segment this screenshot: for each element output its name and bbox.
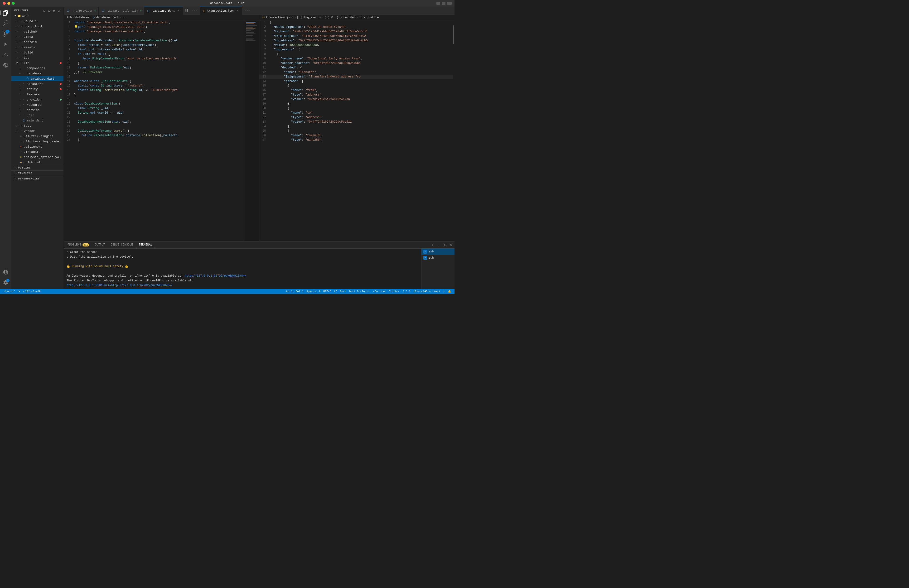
bc-signature[interactable]: ☰ signature: [359, 16, 379, 19]
panel-maximize-btn[interactable]: ∧: [442, 242, 447, 248]
activity-account[interactable]: [2, 268, 10, 276]
activity-settings[interactable]: 1: [2, 278, 10, 287]
activity-run[interactable]: [2, 40, 10, 48]
tree-item-main-dart[interactable]: ⬡ main.dart: [11, 118, 63, 123]
status-encoding[interactable]: UTF-8: [322, 289, 333, 294]
timeline-header[interactable]: › TIMELINE: [11, 171, 63, 176]
activity-remote[interactable]: [2, 61, 10, 69]
tree-item-metadata[interactable]: ≡ .metadata: [11, 149, 63, 155]
tree-item-resource[interactable]: › · resource: [11, 102, 63, 107]
zsh-session-2[interactable]: Z zsh: [421, 255, 454, 261]
tree-item-service[interactable]: › · service: [11, 107, 63, 113]
refresh-icon[interactable]: ↻: [52, 8, 56, 12]
tree-item-vendor[interactable]: › · vendor: [11, 128, 63, 134]
activity-extensions[interactable]: [2, 50, 10, 59]
panel-tab-output[interactable]: OUTPUT: [92, 241, 108, 248]
code-editor-left[interactable]: 1import 'package:cloud_firestore/cloud_f…: [64, 21, 245, 241]
layout-icon-2[interactable]: [442, 2, 446, 5]
tree-item-test[interactable]: › · test: [11, 123, 63, 128]
activity-explorer[interactable]: [2, 8, 10, 17]
tree-item-flutter-plugins-dep[interactable]: ≡ .flutter-plugins-dependencies: [11, 139, 63, 144]
status-sync[interactable]: ⟳: [16, 289, 21, 294]
new-terminal-btn[interactable]: +: [430, 242, 435, 248]
tab-close-json[interactable]: ×: [236, 9, 240, 13]
activity-source-control[interactable]: 12: [2, 29, 10, 38]
tree-item-entity[interactable]: › · entity: [11, 87, 63, 92]
status-notifications[interactable]: 🔔: [446, 289, 453, 294]
bc-lib[interactable]: lib: [66, 16, 72, 19]
close-dot[interactable]: [3, 2, 6, 5]
status-device[interactable]: iPhone14Pro (ios): [412, 289, 441, 294]
tab-tx[interactable]: ⬡ tx.dart .../entity U: [98, 6, 144, 15]
minimize-dot[interactable]: [7, 2, 10, 5]
tree-root[interactable]: ▼ 📁 CLUB: [11, 13, 63, 19]
tree-item-gitignore[interactable]: ◇ .gitignore: [11, 144, 63, 149]
tab-split-btn[interactable]: [183, 6, 190, 15]
tree-item-analysis-options[interactable]: ≡ analysis_options.yaml: [11, 155, 63, 160]
tree-item-bundle[interactable]: › · .bundle: [11, 19, 63, 24]
tab-more-left[interactable]: ···: [190, 6, 200, 15]
status-branch[interactable]: ⎇ main*: [2, 289, 16, 294]
tree-item-components[interactable]: › · components: [11, 66, 63, 71]
status-spaces[interactable]: Spaces: 2: [305, 289, 322, 294]
bc-decoded[interactable]: { } decoded: [337, 16, 355, 19]
bc-log-events[interactable]: [ ] log_events: [297, 16, 321, 19]
maximize-dot[interactable]: [12, 2, 15, 5]
bc-0[interactable]: { } 0: [325, 16, 333, 19]
panel-tab-terminal[interactable]: TERMINAL: [136, 241, 155, 248]
status-flutter[interactable]: Flutter: 3.3.6: [387, 289, 412, 294]
tree-item-lib[interactable]: ▼ · lib: [11, 60, 63, 66]
tree-item-provider[interactable]: › · provider: [11, 97, 63, 102]
status-remote[interactable]: ⤢: [441, 289, 446, 294]
tree-item-database-dart[interactable]: ⬡ database.dart: [11, 76, 63, 81]
tree-item-dart-tool[interactable]: › · .dart_tool: [11, 24, 63, 29]
bc-database[interactable]: database: [75, 16, 89, 19]
code-editor-right[interactable]: 1{ 2 "block_signed_at": "2022-04-08T08:5…: [259, 21, 453, 241]
new-folder-icon[interactable]: ◻: [47, 8, 51, 12]
tree-item-github[interactable]: › · .github: [11, 29, 63, 34]
layout-icon-1[interactable]: [436, 2, 440, 5]
collapse-icon[interactable]: ◻: [57, 8, 61, 12]
panel-tab-problems[interactable]: PROBLEMS 271: [65, 241, 92, 248]
tree-item-android[interactable]: › · android: [11, 39, 63, 45]
terminal-line: http://127.0.0.1:9101?uri=http://127.0.0…: [66, 283, 418, 288]
bc-database-dart[interactable]: database.dart: [96, 16, 119, 19]
tree-item-util[interactable]: › · util: [11, 113, 63, 118]
item-label: lib: [24, 61, 60, 65]
tree-item-assets[interactable]: › · assets: [11, 45, 63, 50]
status-dart-devtools[interactable]: Dart DevTools: [348, 289, 371, 294]
status-language[interactable]: Dart: [339, 289, 347, 294]
tree-item-ios[interactable]: › · ios: [11, 55, 63, 60]
tree-item-datastore[interactable]: › · datastore: [11, 81, 63, 87]
tree-item-build[interactable]: › · build: [11, 50, 63, 55]
tab-more-right[interactable]: ···: [242, 6, 252, 15]
new-file-icon[interactable]: ◻: [42, 8, 46, 12]
tree-item-idea[interactable]: › · .idea: [11, 34, 63, 39]
panel-tab-debug-console[interactable]: DEBUG CONSOLE: [108, 241, 136, 248]
tab-provider[interactable]: ⬡ .../provider U: [64, 6, 98, 15]
zsh-label-2: zsh: [429, 256, 434, 260]
status-go-live[interactable]: ⚡ Go Live: [371, 289, 387, 294]
activity-search[interactable]: [2, 19, 10, 27]
tree-item-feature[interactable]: › · feature: [11, 92, 63, 97]
outline-header[interactable]: › OUTLINE: [11, 165, 63, 170]
dependencies-header[interactable]: › DEPENDENCIES: [11, 176, 63, 181]
tab-icon-provider: ⬡: [66, 9, 70, 13]
zsh-session-1[interactable]: Z zsh: [421, 249, 454, 255]
bc-tx-json[interactable]: transaction.json: [266, 16, 293, 19]
tree-item-flutter-plugins[interactable]: ≡ .flutter-plugins: [11, 134, 63, 139]
status-cursor[interactable]: Ln 1, Col 1: [285, 289, 305, 294]
tab-close-database[interactable]: ×: [176, 9, 180, 13]
bc-dots[interactable]: ...: [122, 16, 127, 19]
panel-split-btn[interactable]: ⌄: [436, 242, 441, 248]
panel-close-btn[interactable]: ×: [448, 242, 454, 248]
status-errors[interactable]: ⊘ 202 ⚠ 0 ⊘ 69: [21, 289, 42, 294]
scrollbar-right[interactable]: [453, 21, 454, 241]
tab-database-dart[interactable]: ⬡ database.dart ×: [144, 6, 183, 15]
tree-item-database[interactable]: ▼ · database: [11, 71, 63, 76]
terminal-content[interactable]: c Clear the screen q Quit (the applicati…: [64, 249, 421, 289]
tree-item-club-iml[interactable]: ◆ .club.iml: [11, 160, 63, 165]
layout-icon-3[interactable]: [447, 2, 452, 5]
status-eol[interactable]: LF: [333, 289, 339, 294]
tab-transaction-json[interactable]: {} transaction.json ×: [200, 6, 242, 15]
